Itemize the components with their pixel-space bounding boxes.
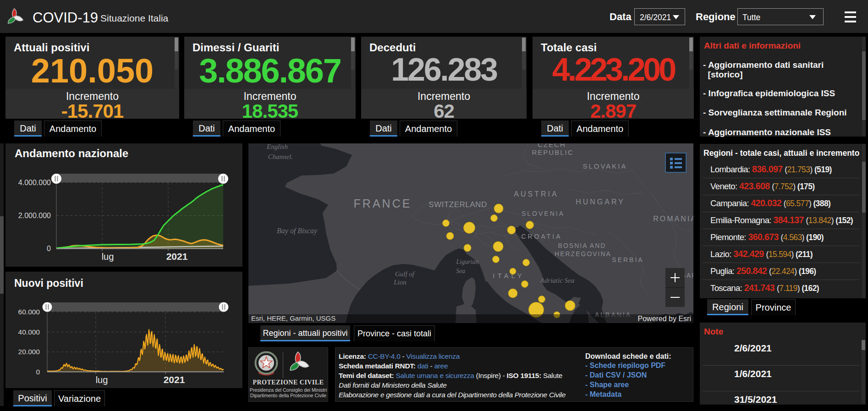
svg-text:Ligurian: Ligurian [456,258,478,265]
svg-text:20.000: 20.000 [18,348,40,356]
svg-text:Esri, HERE, Garmin, USGS: Esri, HERE, Garmin, USGS [251,314,335,322]
svg-text:FRANCE: FRANCE [354,197,412,210]
svg-text:60.000: 60.000 [18,308,40,316]
svg-text:ROMANIA: ROMANIA [653,215,693,223]
svg-text:Gulf of: Gulf of [395,270,415,278]
svg-text:4.000.000: 4.000.000 [18,179,51,186]
svg-text:AUSTRIA: AUSTRIA [514,190,558,198]
svg-text:2.000.000: 2.000.000 [18,212,51,219]
svg-text:Channel.: Channel. [268,153,293,160]
svg-text:Sea: Sea [456,268,465,274]
svg-text:2021: 2021 [164,374,185,385]
svg-text:SWITZERLAND: SWITZERLAND [429,200,487,209]
svg-text:REPUBLIC: REPUBLIC [532,148,573,156]
svg-text:SERBIA: SERBIA [612,256,643,263]
svg-text:Adriatic Sea: Adriatic Sea [540,277,575,284]
svg-text:2021: 2021 [166,251,188,262]
svg-text:HUNGARY: HUNGARY [576,198,625,206]
svg-text:40.000: 40.000 [18,328,40,336]
svg-text:Bay of Biscay: Bay of Biscay [277,227,318,235]
svg-text:HERZEGOVINA: HERZEGOVINA [555,250,611,258]
svg-text:English: English [266,143,288,150]
svg-text:lug: lug [102,252,114,262]
svg-text:SLOVENIA: SLOVENIA [522,210,565,217]
svg-text:BOSNIA AND: BOSNIA AND [558,242,606,249]
svg-text:lug: lug [96,375,108,385]
svg-text:SLOVAKIA: SLOVAKIA [582,162,627,170]
svg-text:ITALY: ITALY [493,272,524,279]
svg-text:0: 0 [47,245,51,252]
svg-text:0: 0 [36,368,40,376]
svg-text:Lion: Lion [393,279,407,286]
svg-text:Powered by Esri: Powered by Esri [638,315,692,323]
svg-text:CZECH: CZECH [538,143,566,148]
svg-text:Andamento nazionale: Andamento nazionale [15,147,128,159]
svg-text:CROATIA: CROATIA [521,233,562,240]
svg-text:Nuovi positivi: Nuovi positivi [14,277,83,289]
